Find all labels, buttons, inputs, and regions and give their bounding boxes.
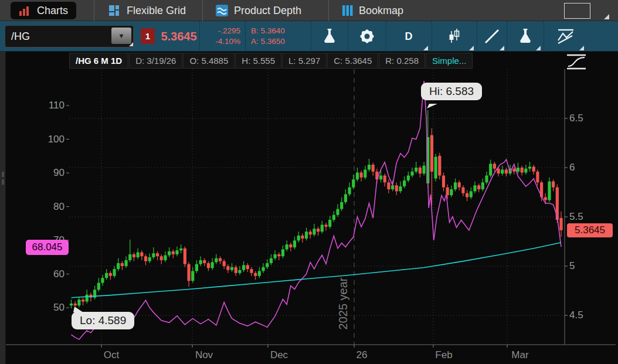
tab-label: Product Depth [234,5,301,17]
header-range: R: 0.258 [379,53,425,69]
tab-label: Flexible Grid [127,5,186,17]
change-readout: -.2295 -4.10% [204,26,240,47]
header-open: O: 5.4885 [183,53,235,69]
right-axis-tick: 5.5 [569,211,583,223]
left-axis-tick: 80 [28,201,64,213]
bid-value: B: 5.3640 [251,26,301,36]
dropdown-corner-icon [500,46,504,50]
header-date: D: 3/19/26 [129,53,182,69]
tab-label: Bookmap [359,5,403,17]
candle-style-icon [446,28,463,45]
right-axis-tick: 5 [569,260,575,272]
tab-label: Charts [37,5,68,17]
chart-title[interactable]: /HG 6 M 1D [69,53,128,69]
chart-header: /HG 6 M 1D D: 3/19/26 O: 5.4885 H: 5.555… [69,53,473,69]
right-axis-tick: 6 [569,162,575,174]
gutter-handle-icon [2,179,4,185]
left-panel-gutter[interactable] [0,52,6,364]
tab-separator [94,0,94,21]
x-axis-month: Nov [184,349,225,361]
chart-region: 2025 year /HG 6 M 1D D: 3/19/26 O: 5.488… [0,52,618,364]
x-axis-month: Mar [500,349,541,361]
change-percent: -4.10% [204,36,240,47]
dropdown-corner-icon [536,46,541,50]
gutter-handle-icon [2,172,4,177]
bookmap-bars-icon [342,5,354,16]
x-axis-month: 26 [341,349,382,361]
grid-icon [108,5,121,16]
tab-flexible-grid[interactable]: Flexible Grid [108,0,186,21]
flask-icon [518,28,533,45]
chart-toolbar: /HG ▼ 1 5.3645 -.2295 -4.10% B: 5.3640 A… [0,21,618,52]
tab-bar: Charts Flexible Grid Product Depth Bookm… [0,0,618,21]
pattern-icon [556,28,576,45]
right-axis-tick: 6.5 [569,113,583,124]
studies-flask-button[interactable] [311,21,348,52]
x-axis-month: Dec [259,349,300,361]
study-lines [72,81,562,339]
tab-product-depth[interactable]: Product Depth [216,0,301,21]
symbol-dropdown-icon[interactable]: ▼ [111,28,131,44]
left-axis-tick: 100 [28,134,64,145]
dropdown-corner-icon [579,46,584,50]
header-high: H: 5.555 [235,53,281,69]
simple-moving-average [72,243,562,298]
tab-separator [202,0,203,21]
gear-icon [358,28,376,45]
dropdown-corner-icon [469,46,474,50]
settings-gear-button[interactable] [348,21,386,52]
dropdown-corner-icon [423,46,428,50]
axis-frame [6,69,616,348]
layout-selector[interactable] [564,3,590,19]
pattern-curve-icon[interactable] [565,53,589,70]
comparison-axis-label: 68.045 [26,240,69,255]
x-axis-month: Oct [91,349,132,361]
last-price: 5.3645 [157,28,201,45]
flask-icon [322,28,337,45]
header-close: C: 5.3645 [327,53,378,69]
left-axis-tick: 60 [28,268,64,280]
comparison-line [72,81,562,339]
candles-layer [70,110,563,308]
header-study[interactable]: Simple... [426,53,473,69]
right-axis-tick: 4.5 [569,309,583,321]
toolbar-separator [245,21,246,52]
left-axis-tick: 90 [28,167,64,179]
tab-separator [328,0,329,21]
header-low: L: 5.297 [282,53,327,69]
bid-ask-readout: B: 5.3640 A: 5.3650 [251,26,301,47]
symbol-box-corner-icon [129,42,133,46]
tab-charts[interactable]: Charts [11,2,76,19]
ask-value: A: 5.3650 [251,36,301,47]
left-axis-tick: 110 [28,100,64,111]
lo-tooltip: Lo: 4.589 [72,312,134,329]
toolbar-separator [199,21,200,52]
year-divider-label: 2025 year [337,277,349,329]
depth-waves-icon [216,5,229,16]
x-axis-month: Feb [423,349,464,361]
left-axis-tick: 50 [28,302,64,314]
corner-resize-icon[interactable] [604,14,609,19]
change-value: -.2295 [204,26,240,36]
tab-bookmap[interactable]: Bookmap [342,0,403,21]
hi-tooltip-tail [427,104,437,108]
hi-tooltip: Hi: 6.583 [421,83,482,100]
last-price-axis-label: 5.3645 [567,223,613,237]
alert-badge[interactable]: 1 [141,28,155,44]
timeframe-label: D [405,30,413,43]
bar-chart-icon [19,5,32,16]
drawing-line-icon [484,28,500,45]
